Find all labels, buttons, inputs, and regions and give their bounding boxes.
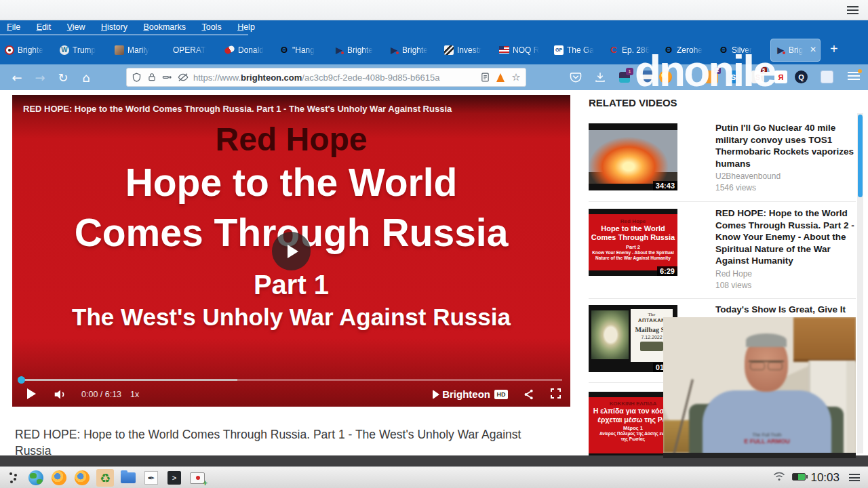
view-count: 1546 views xyxy=(715,183,756,192)
screen-recorder-icon[interactable] xyxy=(189,469,206,487)
tab-operation[interactable]: OPERATIO xyxy=(165,35,220,64)
menu-help[interactable]: Help xyxy=(231,20,262,35)
extension-skype-icon[interactable]: S xyxy=(727,70,740,83)
address-bar[interactable]: https://www.brighteon.com/ac3cb9cf-2ede-… xyxy=(126,68,526,87)
playback-rate[interactable]: 1x xyxy=(130,390,139,399)
red-c-favicon: C xyxy=(609,45,618,55)
desktop: File Edit View History Bookmarks Tools H… xyxy=(0,0,868,488)
hd-button[interactable]: HD xyxy=(494,390,508,399)
webcam-window[interactable]: The Full Truth E FULL ARMOU xyxy=(663,317,856,458)
related-video-title[interactable]: Today's Show Is Great, Give It xyxy=(715,304,857,316)
tab-investment[interactable]: Investr xyxy=(439,35,494,64)
clock[interactable]: 10:03 xyxy=(810,471,840,485)
reload-button[interactable]: ↻ xyxy=(54,68,72,86)
pill-favicon xyxy=(224,45,235,55)
extension-q-icon[interactable]: Q xyxy=(795,70,808,83)
taskbar-menu-icon[interactable] xyxy=(849,474,860,481)
tab-donald[interactable]: Donald xyxy=(220,35,275,64)
extension-orange-icon[interactable]: 2 xyxy=(705,70,718,83)
related-video-title[interactable]: Putin I'll Go Nuclear 40 mile military c… xyxy=(715,122,857,169)
firefox-icon[interactable] xyxy=(50,469,68,487)
tab-brighteon-2[interactable]: ▶Brighte xyxy=(330,35,384,64)
titlebar-menu-icon[interactable] xyxy=(847,6,859,14)
tab-gateway[interactable]: GPThe Ga xyxy=(549,35,604,64)
progress-knob[interactable] xyxy=(18,376,25,384)
menu-tools[interactable]: Tools xyxy=(195,20,228,35)
tab-zerohedge[interactable]: ΘZerohe xyxy=(659,35,714,64)
recycle-app-icon[interactable]: ♻ xyxy=(96,469,114,487)
tab-brighteon-3[interactable]: ▶Brighte xyxy=(384,35,439,64)
tab-hang[interactable]: Θ"Hang xyxy=(275,35,330,64)
related-video-item[interactable]: Red Hope Hope to the World Comes Through… xyxy=(589,209,856,293)
channel-name[interactable]: U2Bheavenbound xyxy=(715,171,781,181)
menu-view[interactable]: View xyxy=(60,20,92,35)
tab-marilyn[interactable]: Marily xyxy=(110,35,165,64)
volume-icon[interactable] xyxy=(53,387,68,405)
extension-yandex-icon[interactable]: Я xyxy=(774,70,787,83)
bookmark-star-icon[interactable]: ☆ xyxy=(511,72,521,83)
new-tab-button[interactable]: + xyxy=(822,41,845,59)
fullscreen-button[interactable] xyxy=(551,388,561,399)
related-video-item[interactable]: 34:43 Putin I'll Go Nuclear 40 mile mili… xyxy=(589,123,856,201)
tab-brighteon-active[interactable]: ▶Brig✕ xyxy=(770,39,821,62)
share-icon[interactable] xyxy=(523,388,535,403)
url-text[interactable]: https://www.brighteon.com/ac3cb9cf-2ede-… xyxy=(193,73,475,83)
video-thumbnail[interactable]: Red Hope Hope to the World Comes Through… xyxy=(589,209,677,276)
back-button[interactable]: ← xyxy=(8,68,26,86)
related-video-title[interactable]: RED HOPE: Hope to the World Comes Throug… xyxy=(715,207,857,267)
wifi-icon[interactable] xyxy=(773,472,785,481)
extension-firefox-icon[interactable] xyxy=(659,70,672,83)
view-count: 108 views xyxy=(715,281,751,290)
firefox-icon[interactable] xyxy=(73,469,91,487)
slide-line1: Hope to the World xyxy=(12,160,570,205)
page-scrollbar[interactable] xyxy=(857,113,863,453)
duration-badge: 6:29 xyxy=(657,266,677,276)
pocket-icon[interactable] xyxy=(568,70,583,85)
theta-favicon: Θ xyxy=(719,45,728,55)
channel-name[interactable]: Red Hope xyxy=(715,269,752,279)
video-thumbnail[interactable]: 34:43 xyxy=(589,123,677,190)
related-videos-header: RELATED VIDEOS xyxy=(589,97,677,108)
tab-label: Zerohe xyxy=(677,45,703,55)
app-menu-icon[interactable] xyxy=(848,72,860,81)
big-play-button[interactable] xyxy=(272,232,311,270)
tab-label: Brighte xyxy=(18,45,43,55)
menu-bookmarks[interactable]: Bookmarks xyxy=(136,20,193,35)
play-button[interactable] xyxy=(27,388,36,399)
reader-mode-icon[interactable] xyxy=(479,72,490,83)
tab-trump[interactable]: WTrump xyxy=(55,35,110,64)
tab-noq[interactable]: NOQ R xyxy=(494,35,549,64)
editor-icon[interactable]: ✒ xyxy=(142,469,160,487)
tab-ep286[interactable]: CEp. 286 xyxy=(604,35,659,64)
tab-silver[interactable]: ΘSilver xyxy=(714,35,769,64)
menu-edit[interactable]: Edit xyxy=(30,20,58,35)
container-tab-icon[interactable]: 1 xyxy=(617,70,632,85)
video-player[interactable]: Red Hope Hope to the World Comes Through… xyxy=(12,95,570,407)
time-display: 0:00 / 6:13 xyxy=(81,390,121,399)
terminal-icon[interactable]: > xyxy=(165,469,183,487)
file-manager-icon[interactable] xyxy=(119,469,137,487)
vlc-cone-icon[interactable] xyxy=(495,72,506,83)
lock-icon[interactable] xyxy=(146,72,157,83)
forward-button[interactable]: → xyxy=(31,68,49,86)
tab-close-icon[interactable]: ✕ xyxy=(810,45,816,54)
extension-page-icon[interactable] xyxy=(821,70,833,83)
duration-badge: 34:43 xyxy=(653,181,677,190)
home-button[interactable]: ⌂ xyxy=(77,68,95,86)
downloads-icon[interactable] xyxy=(593,70,608,85)
progress-bar[interactable] xyxy=(20,379,562,381)
battery-icon[interactable] xyxy=(792,473,806,481)
start-menu-icon[interactable] xyxy=(4,469,22,487)
shield-icon[interactable] xyxy=(131,72,142,83)
menu-history[interactable]: History xyxy=(94,20,134,35)
tab-brighteon-1[interactable]: Brighte xyxy=(0,35,55,64)
menu-file[interactable]: File xyxy=(0,20,27,35)
extension-red-s-icon[interactable]: S5 xyxy=(751,70,764,83)
red-hope-thumb: Red Hope Hope to the World Comes Through… xyxy=(589,214,677,270)
scrollbar-thumb[interactable] xyxy=(858,115,863,197)
autoplay-blocked-icon[interactable] xyxy=(162,72,173,83)
web-browser-icon[interactable] xyxy=(27,469,45,487)
eye-crossed-icon[interactable] xyxy=(178,72,189,83)
brighteon-logo-icon xyxy=(433,390,439,399)
extension-flag-icon[interactable] xyxy=(640,70,653,83)
